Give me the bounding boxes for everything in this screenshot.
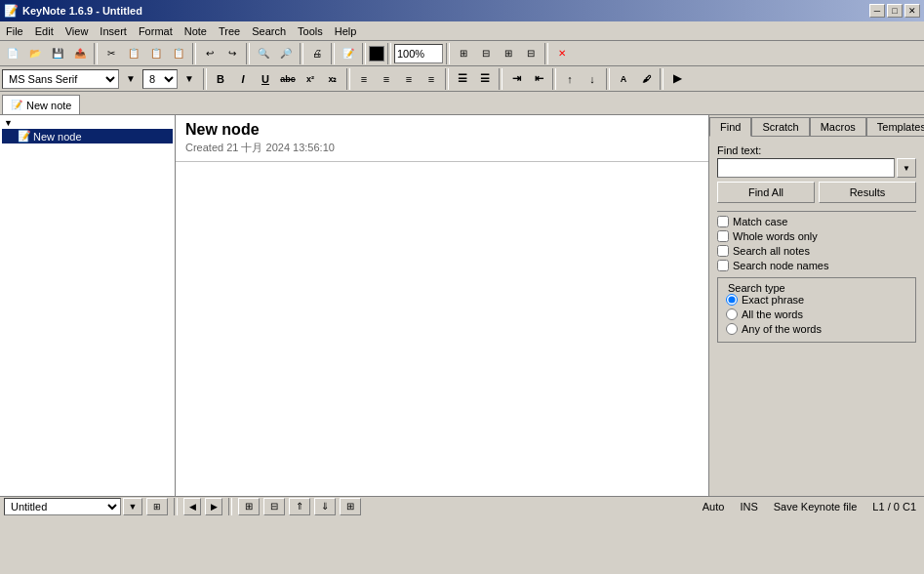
separator4 bbox=[300, 43, 303, 64]
nav-prev-btn[interactable]: ◀ bbox=[183, 498, 201, 515]
find-tab-scratch[interactable]: Scratch bbox=[751, 117, 809, 136]
font-size-select[interactable]: 8 bbox=[142, 69, 178, 89]
save-btn[interactable]: 💾 bbox=[47, 43, 68, 64]
align-left-btn[interactable]: ≡ bbox=[353, 68, 375, 90]
indent-btn[interactable]: ⇥ bbox=[505, 68, 527, 90]
tb-extra4[interactable]: ⊟ bbox=[520, 43, 542, 64]
underline-btn[interactable]: U bbox=[255, 68, 276, 90]
menu-file[interactable]: File bbox=[0, 23, 29, 39]
align-right-btn[interactable]: ≡ bbox=[398, 68, 420, 90]
bold-btn[interactable]: B bbox=[210, 68, 231, 90]
match-case-checkbox[interactable] bbox=[717, 216, 729, 227]
search-all-notes-checkbox[interactable] bbox=[717, 245, 729, 257]
new-btn[interactable]: 📄 bbox=[2, 43, 23, 64]
tb-extra1[interactable]: ⊞ bbox=[453, 43, 474, 64]
find-tab-macros[interactable]: Macros bbox=[810, 117, 866, 136]
maximize-button[interactable]: □ bbox=[887, 4, 903, 18]
find-tab-templates[interactable]: Templates bbox=[866, 117, 924, 136]
status-icon-btn[interactable]: ⊞ bbox=[146, 498, 168, 515]
bg-color-btn[interactable]: 🖌 bbox=[635, 68, 657, 90]
strikethrough-btn[interactable]: abc bbox=[277, 68, 299, 90]
menu-help[interactable]: Help bbox=[329, 23, 363, 39]
tab-new-note[interactable]: 📝 New note bbox=[2, 95, 80, 114]
menu-tree[interactable]: Tree bbox=[213, 23, 246, 39]
node-up-btn[interactable]: ⇑ bbox=[289, 498, 310, 515]
whole-words-checkbox[interactable] bbox=[717, 230, 729, 242]
find-btn[interactable]: 🔍 bbox=[253, 43, 274, 64]
export-btn[interactable]: 📤 bbox=[69, 43, 91, 64]
outdent-btn[interactable]: ⇤ bbox=[528, 68, 549, 90]
open-btn[interactable]: 📂 bbox=[24, 43, 46, 64]
note-body[interactable] bbox=[176, 162, 708, 496]
paste-special-btn[interactable]: 📋 bbox=[168, 43, 189, 64]
font-name-select[interactable]: MS Sans Serif bbox=[2, 69, 119, 89]
linespace-up-btn[interactable]: ↑ bbox=[559, 68, 581, 90]
tb-extra3[interactable]: ⊞ bbox=[498, 43, 519, 64]
more-btn[interactable]: ▶ bbox=[666, 68, 688, 90]
main-area: ▼ 📝 New node New node Created 21 十月 2024… bbox=[0, 115, 924, 496]
redo-btn[interactable]: ↪ bbox=[221, 43, 243, 64]
color-btn[interactable] bbox=[369, 46, 384, 62]
exact-phrase-radio[interactable] bbox=[726, 294, 738, 306]
font-size-dropdown[interactable]: ▼ bbox=[179, 68, 200, 90]
window-title: KeyNote 1.6.9 - Untitled bbox=[22, 5, 142, 17]
find-tab-find[interactable]: Find bbox=[709, 117, 751, 137]
replace-btn[interactable]: 🔎 bbox=[275, 43, 297, 64]
find-input[interactable] bbox=[717, 158, 895, 178]
menu-tools[interactable]: Tools bbox=[292, 23, 329, 39]
close-button[interactable]: ✕ bbox=[904, 4, 920, 18]
numbering-btn[interactable]: ☰ bbox=[474, 68, 496, 90]
font-color-btn[interactable]: A bbox=[613, 68, 634, 90]
any-words-radio[interactable] bbox=[726, 323, 738, 335]
linespace-dn-btn[interactable]: ↓ bbox=[582, 68, 603, 90]
node-extra-btn[interactable]: ⊞ bbox=[340, 498, 361, 515]
menu-insert[interactable]: Insert bbox=[94, 23, 133, 39]
content-area: New node Created 21 十月 2024 13:56:10 bbox=[176, 115, 709, 496]
font-name-dropdown[interactable]: ▼ bbox=[120, 68, 141, 90]
italic-btn[interactable]: I bbox=[232, 68, 254, 90]
tb-extra2[interactable]: ⊟ bbox=[475, 43, 497, 64]
search-type-legend: Search type bbox=[726, 282, 787, 294]
menu-edit[interactable]: Edit bbox=[29, 23, 60, 39]
node-remove-btn[interactable]: ⊟ bbox=[263, 498, 285, 515]
note-btn[interactable]: 📝 bbox=[338, 43, 359, 64]
node-add-btn[interactable]: ⊞ bbox=[238, 498, 260, 515]
subscript-btn[interactable]: x₂ bbox=[322, 68, 343, 90]
search-node-names-checkbox[interactable] bbox=[717, 260, 729, 271]
results-button[interactable]: Results bbox=[819, 182, 916, 203]
status-dropdown-btn[interactable]: ▼ bbox=[123, 498, 142, 515]
align-justify-btn[interactable]: ≡ bbox=[421, 68, 442, 90]
print-btn[interactable]: 🖨 bbox=[306, 43, 328, 64]
search-all-notes-checkbox-row: Search all notes bbox=[717, 245, 916, 257]
find-all-button[interactable]: Find All bbox=[717, 182, 815, 203]
minimize-button[interactable]: ─ bbox=[869, 4, 885, 18]
format-toolbar: MS Sans Serif ▼ 8 ▼ B I U abc x² x₂ ≡ ≡ … bbox=[0, 66, 924, 92]
stop-btn[interactable]: ✕ bbox=[551, 43, 573, 64]
menu-note[interactable]: Note bbox=[179, 23, 213, 39]
nav-next-btn[interactable]: ▶ bbox=[205, 498, 222, 515]
statusbar: Untitled ▼ ⊞ ◀ ▶ ⊞ ⊟ ⇑ ⇓ ⊞ Auto INS Save… bbox=[0, 496, 924, 515]
status-dropdown[interactable]: Untitled bbox=[4, 498, 121, 515]
menu-search[interactable]: Search bbox=[246, 23, 292, 39]
align-center-btn[interactable]: ≡ bbox=[376, 68, 397, 90]
app-icon: 📝 bbox=[4, 4, 19, 18]
node-down-btn[interactable]: ⇓ bbox=[314, 498, 336, 515]
tree-node-new-node[interactable]: 📝 New node bbox=[2, 129, 173, 144]
superscript-btn[interactable]: x² bbox=[300, 68, 321, 90]
menu-view[interactable]: View bbox=[60, 23, 95, 39]
find-tabs: Find Scratch Macros Templates ◀ ▶ bbox=[709, 115, 924, 137]
all-words-label: All the words bbox=[742, 308, 803, 320]
menu-format[interactable]: Format bbox=[133, 23, 179, 39]
cut-btn[interactable]: ✂ bbox=[100, 43, 122, 64]
zoom-input[interactable] bbox=[394, 44, 443, 63]
fmt-sep7 bbox=[660, 68, 663, 90]
copy-btn[interactable]: 📋 bbox=[123, 43, 144, 64]
all-words-radio[interactable] bbox=[726, 308, 738, 320]
search-node-names-label: Search node names bbox=[733, 260, 828, 271]
undo-btn[interactable]: ↩ bbox=[199, 43, 221, 64]
bullets-btn[interactable]: ☰ bbox=[452, 68, 473, 90]
exact-phrase-radio-row: Exact phrase bbox=[726, 294, 907, 306]
find-dropdown-btn[interactable]: ▼ bbox=[897, 158, 916, 178]
paste-btn[interactable]: 📋 bbox=[145, 43, 167, 64]
find-btn-row: Find All Results bbox=[717, 182, 916, 203]
